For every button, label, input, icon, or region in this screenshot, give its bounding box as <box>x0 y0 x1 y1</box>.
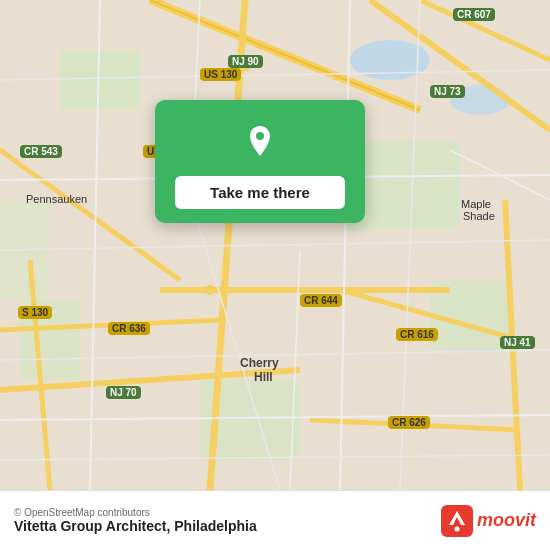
route-badge-cr543: CR 543 <box>20 145 62 158</box>
map-label-maple: Maple <box>461 198 491 210</box>
route-badge-cr644: CR 644 <box>300 294 342 307</box>
map-label-cherry: Cherry <box>240 356 279 370</box>
moovit-brand-text: moovit <box>477 510 536 531</box>
location-name: Vitetta Group Architect, Philadelphia <box>14 518 257 534</box>
moovit-icon <box>441 505 473 537</box>
map-label-shade: Shade <box>463 210 495 222</box>
moovit-logo: moovit <box>441 505 536 537</box>
location-pin-icon <box>236 118 284 166</box>
map-label-pennsauken: Pennsauken <box>26 193 87 205</box>
svg-point-36 <box>205 285 215 295</box>
take-me-there-button[interactable]: Take me there <box>175 176 345 209</box>
route-badge-nj73: NJ 73 <box>430 85 465 98</box>
svg-rect-1 <box>60 50 140 110</box>
route-badge-cr636: CR 636 <box>108 322 150 335</box>
bottom-bar: © OpenStreetMap contributors Vitetta Gro… <box>0 490 550 550</box>
route-badge-s130: S 130 <box>18 306 52 319</box>
map-container: CR 607 NJ 90 US 130 US 130 NJ 73 CR 543 … <box>0 0 550 490</box>
route-badge-nj70: NJ 70 <box>106 386 141 399</box>
route-badge-nj41: NJ 41 <box>500 336 535 349</box>
map-label-hill: Hill <box>254 370 273 384</box>
svg-rect-38 <box>441 505 473 537</box>
route-badge-cr626: CR 626 <box>388 416 430 429</box>
bottom-info: © OpenStreetMap contributors Vitetta Gro… <box>14 507 257 534</box>
location-card: Take me there <box>155 100 365 223</box>
route-badge-us130-top: US 130 <box>200 68 241 81</box>
copyright-text: © OpenStreetMap contributors <box>14 507 257 518</box>
route-badge-cr616: CR 616 <box>396 328 438 341</box>
svg-point-39 <box>454 526 459 531</box>
route-badge-nj90: NJ 90 <box>228 55 263 68</box>
route-badge-cr607: CR 607 <box>453 8 495 21</box>
